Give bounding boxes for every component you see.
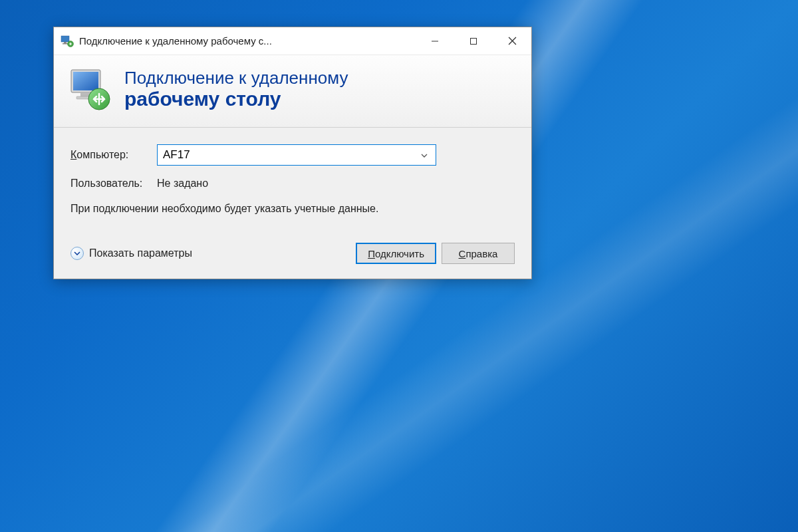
titlebar[interactable]: Подключение к удаленному рабочему с...	[54, 27, 531, 55]
window-title: Подключение к удаленному рабочему с...	[79, 35, 416, 47]
expand-chevron-icon[interactable]	[70, 247, 84, 260]
close-button[interactable]	[493, 27, 531, 55]
app-icon	[61, 35, 74, 48]
credentials-info: При подключении необходимо будет указать…	[70, 201, 515, 216]
chevron-down-icon[interactable]	[418, 150, 430, 160]
svg-rect-9	[73, 72, 98, 90]
header-panel: Подключение к удаленному рабочему столу	[54, 55, 531, 128]
connect-button[interactable]: Подключить	[356, 243, 436, 264]
computer-combobox[interactable]	[157, 144, 436, 166]
svg-rect-0	[61, 36, 69, 42]
minimize-button[interactable]	[416, 27, 454, 55]
svg-rect-1	[64, 42, 66, 43]
rdp-connection-window: Подключение к удаленному рабочему с...	[53, 27, 532, 279]
show-options-link[interactable]: Показать параметры	[89, 247, 350, 259]
dialog-body: Компьютер: Пользователь: Не задано При п…	[54, 128, 531, 279]
header-title-line2: рабочему столу	[124, 87, 348, 111]
user-label: Пользователь:	[70, 178, 157, 190]
help-button[interactable]: Справка	[442, 243, 515, 264]
header-title-line1: Подключение к удаленному	[124, 68, 348, 88]
computer-input[interactable]	[163, 148, 418, 162]
computer-label: Компьютер:	[70, 149, 157, 161]
svg-rect-2	[63, 43, 68, 45]
user-value: Не задано	[157, 178, 208, 190]
maximize-button[interactable]	[454, 27, 493, 55]
rdp-header-icon	[67, 67, 112, 112]
svg-rect-5	[471, 38, 477, 44]
window-controls	[416, 27, 531, 55]
